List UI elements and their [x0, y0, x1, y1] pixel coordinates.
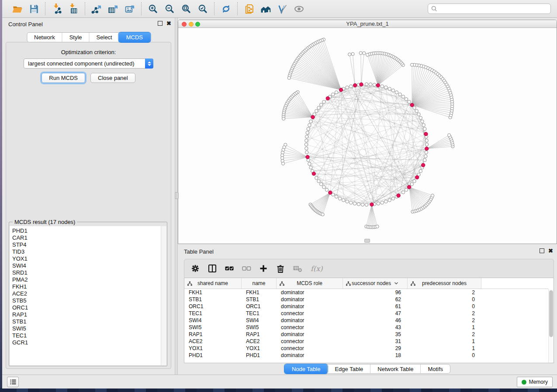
- mcds-result-item[interactable]: STB1: [12, 318, 161, 325]
- optimization-criterion-select[interactable]: largest connected component (undirected): [24, 58, 153, 69]
- settings-button[interactable]: [190, 264, 200, 273]
- zoom-out-button[interactable]: [163, 3, 176, 15]
- tab-select[interactable]: Select: [89, 33, 119, 42]
- close-window-icon[interactable]: [182, 22, 187, 27]
- zoom-fit-button[interactable]: [180, 3, 192, 15]
- task-history-button[interactable]: [7, 377, 19, 387]
- mcds-result-item[interactable]: TID3: [12, 248, 161, 255]
- apply-layout-button[interactable]: [220, 3, 232, 15]
- minimize-window-icon[interactable]: [189, 22, 194, 27]
- delete-column-button[interactable]: [276, 264, 285, 273]
- select-all-button[interactable]: [225, 264, 234, 273]
- mcds-list-scrollbar[interactable]: [161, 226, 166, 365]
- import-table-button[interactable]: [67, 3, 80, 15]
- mcds-result-item[interactable]: GCR1: [12, 339, 161, 346]
- tab-motifs[interactable]: Motifs: [420, 364, 450, 373]
- cell-name: STB1: [242, 296, 277, 303]
- deselect-all-icon: [242, 264, 251, 273]
- run-mcds-button[interactable]: Run MCDS: [42, 73, 85, 83]
- cell-name: PHD1: [242, 352, 277, 359]
- cell-successor-nodes: 31: [343, 338, 408, 345]
- list-icon: [9, 378, 17, 386]
- cell-name: RAP1: [242, 331, 277, 338]
- table-row[interactable]: ORC1ORC1dominator610: [184, 303, 548, 310]
- cell-name: YOX1: [242, 345, 277, 352]
- close-table-panel-icon[interactable]: ✖: [548, 248, 553, 253]
- mcds-result-item[interactable]: TEC1: [12, 332, 161, 339]
- table-row[interactable]: STB1STB1dominator620: [184, 296, 548, 303]
- tab-style[interactable]: Style: [62, 33, 89, 42]
- horizontal-splitter-grip[interactable]: [364, 239, 370, 243]
- function-builder-button[interactable]: f(x): [310, 264, 325, 273]
- mcds-result-item[interactable]: RAP1: [12, 311, 161, 318]
- float-panel-icon[interactable]: [158, 21, 163, 26]
- column-layout-button[interactable]: [208, 264, 217, 273]
- delete-table-button[interactable]: [293, 264, 302, 273]
- network-graph[interactable]: [178, 28, 557, 244]
- export-network-button[interactable]: [90, 3, 103, 15]
- toggle-graphics-details-button[interactable]: [276, 3, 288, 15]
- table-scrollbar[interactable]: [548, 289, 554, 363]
- zoom-in-button[interactable]: [147, 3, 159, 15]
- table-row[interactable]: RAP1RAP1dominator352: [184, 331, 548, 338]
- mcds-result-item[interactable]: YOX1: [12, 255, 161, 262]
- table-scrollbar-thumb[interactable]: [549, 290, 553, 337]
- hide-graphics-details-button[interactable]: [293, 3, 305, 15]
- table-row[interactable]: TEC1TEC1connector472: [184, 310, 548, 317]
- export-image-button[interactable]: [124, 3, 136, 15]
- search-input[interactable]: [439, 6, 548, 12]
- column-header-name[interactable]: name: [242, 278, 277, 289]
- cell-successor-nodes: 96: [343, 289, 408, 296]
- toggle-graphics-details-icon: [277, 3, 288, 14]
- cell-MCDS-role: dominator: [277, 331, 343, 338]
- mcds-result-item[interactable]: ACE2: [12, 290, 161, 297]
- table-row[interactable]: FKH1FKH1dominator962: [184, 289, 548, 296]
- column-header-shared-name[interactable]: shared name: [184, 278, 242, 289]
- mcds-result-item[interactable]: FKH1: [12, 283, 161, 290]
- toolbar-search[interactable]: [428, 3, 551, 14]
- column-header-successor-nodes[interactable]: successor nodes: [343, 278, 408, 289]
- mcds-result-item[interactable]: STP4: [12, 241, 161, 248]
- mcds-result-item[interactable]: STB5: [12, 297, 161, 304]
- mcds-result-item[interactable]: SRD1: [12, 269, 161, 276]
- mcds-result-list[interactable]: PHD1CAR1STP4TID3YOX1SWI4SRD1PMA2FKH1ACE2…: [10, 226, 161, 365]
- tab-network[interactable]: Network: [27, 33, 62, 42]
- close-panel-icon[interactable]: ✖: [166, 21, 171, 26]
- network-view-window: YPA_prune.txt_1: [178, 20, 557, 244]
- first-neighbors-button[interactable]: [259, 3, 272, 15]
- tab-node-table[interactable]: Node Table: [284, 364, 328, 374]
- cell-MCDS-role: dominator: [277, 303, 343, 310]
- deselect-all-button[interactable]: [242, 264, 251, 273]
- export-table-button[interactable]: [107, 3, 119, 15]
- network-canvas[interactable]: [178, 28, 557, 244]
- tab-network-table[interactable]: Network Table: [370, 364, 420, 373]
- table-row[interactable]: SWI5SWI5connector431: [184, 324, 548, 331]
- float-table-panel-icon[interactable]: [540, 248, 544, 253]
- mcds-result-item[interactable]: PMA2: [12, 276, 161, 283]
- mcds-result-item[interactable]: SWI5: [12, 325, 161, 332]
- table-row[interactable]: SWI4SWI4dominator462: [184, 317, 548, 324]
- mcds-result-item[interactable]: CAR1: [12, 234, 161, 241]
- settings-icon: [190, 264, 200, 273]
- table-row[interactable]: ACE2ACE2connector311: [184, 338, 548, 345]
- column-header-predecessor-nodes[interactable]: predecessor nodes: [408, 278, 481, 289]
- add-column-button[interactable]: [259, 264, 268, 273]
- import-network-button[interactable]: [51, 3, 63, 15]
- mcds-result-item[interactable]: SWI4: [12, 262, 161, 269]
- mcds-result-item[interactable]: PHD1: [12, 227, 161, 234]
- table-row[interactable]: YOX1YOX1connector291: [184, 345, 548, 352]
- maximize-window-icon[interactable]: [195, 22, 200, 27]
- save-session-button[interactable]: [28, 3, 40, 15]
- tab-edge-table[interactable]: Edge Table: [327, 364, 370, 373]
- close-panel-button[interactable]: Close panel: [90, 73, 135, 83]
- column-header-MCDS-role[interactable]: MCDS role: [277, 278, 343, 289]
- mcds-result-item[interactable]: ORC1: [12, 304, 161, 311]
- memory-button[interactable]: Memory: [517, 377, 553, 387]
- table-row[interactable]: PHD1PHD1dominator180: [184, 352, 548, 359]
- zoom-selected-button[interactable]: [197, 3, 209, 15]
- tab-mcds[interactable]: MCDS: [119, 32, 150, 42]
- network-from-selection-button[interactable]: [243, 3, 255, 15]
- vertical-splitter-grip[interactable]: [175, 192, 179, 199]
- open-session-button[interactable]: [11, 3, 23, 15]
- network-window-titlebar[interactable]: YPA_prune.txt_1: [178, 20, 557, 28]
